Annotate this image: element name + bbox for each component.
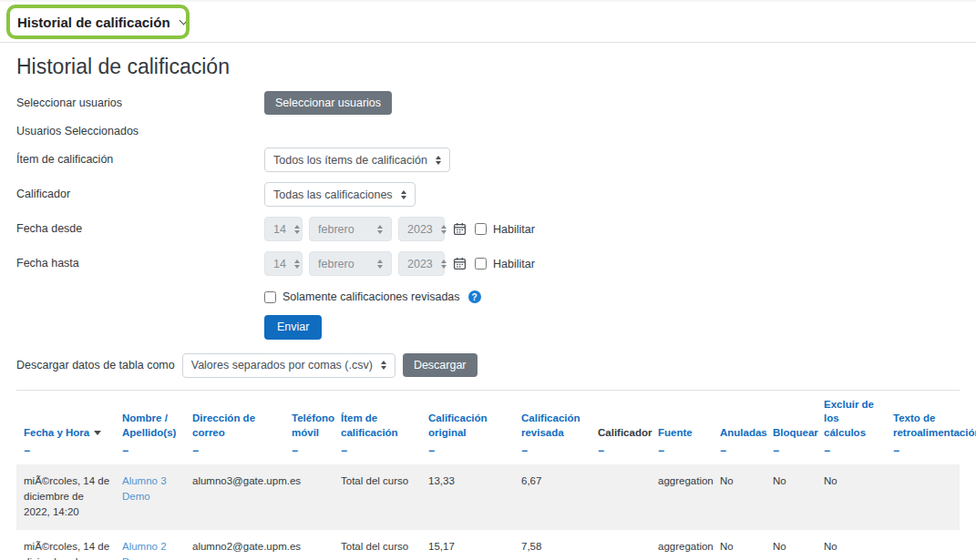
- cell-feedback: [886, 530, 960, 560]
- col-header-excluir-calculos: Excluir de los cálculos −: [817, 390, 886, 464]
- updown-arrows-icon: [401, 190, 406, 199]
- hide-column-link[interactable]: −: [598, 443, 604, 458]
- sort-link-bloquear[interactable]: Bloquear: [773, 427, 818, 438]
- sort-link-excluir[interactable]: Excluir de los cálculos: [824, 399, 874, 438]
- cell-datetime: miÃ©rcoles, 14 de diciembre de 2022, 14:…: [16, 464, 115, 530]
- cell-grader: [591, 464, 651, 530]
- cell-email: alumno3@gate.upm.es: [185, 464, 284, 530]
- col-header-calificacion-revisada: Calificación revisada −: [514, 390, 591, 464]
- grader-label: Calificador: [16, 182, 264, 200]
- date-from-year-value: 2023: [407, 223, 433, 236]
- table-row: miÃ©rcoles, 14 de diciembre de 2022, 14:…: [16, 530, 960, 560]
- cell-overridden: No: [713, 530, 765, 560]
- select-users-button[interactable]: Seleccionar usuarios: [264, 91, 392, 115]
- download-format-value: Valores separados por comas (.csv): [191, 359, 373, 372]
- select-users-label: Seleccionar usuarios: [16, 91, 264, 109]
- form-row-selected-users: Usuarios Seleccionados: [16, 125, 960, 137]
- sort-link-anuladas[interactable]: Anuladas: [720, 427, 767, 438]
- student-link[interactable]: Alumno 3 Demo: [122, 475, 167, 502]
- col-header-fuente: Fuente −: [651, 390, 713, 464]
- date-to-month-value: febrero: [318, 258, 354, 270]
- col-header-direccion-correo: Dirección de correo −: [185, 390, 284, 464]
- col-header-anuladas: Anuladas −: [713, 390, 765, 464]
- download-format-select[interactable]: Valores separados por comas (.csv): [182, 353, 396, 378]
- student-link[interactable]: Alumno 2 Demo: [122, 541, 167, 560]
- sort-link-retroalimentacion[interactable]: Texto de retroalimentación: [893, 412, 976, 438]
- sort-link-fuente[interactable]: Fuente: [658, 427, 693, 438]
- cell-revised-grade: 7,58: [514, 530, 591, 560]
- hide-column-link[interactable]: −: [658, 443, 664, 458]
- date-to-year-select[interactable]: 2023: [398, 251, 445, 276]
- hide-column-link[interactable]: −: [292, 443, 298, 458]
- cell-locked: No: [765, 464, 817, 530]
- cell-grader: [591, 530, 651, 560]
- download-row: Descargar datos de tabla como Valores se…: [16, 353, 960, 378]
- help-icon[interactable]: ?: [468, 290, 481, 303]
- cell-revised-grade: 6,67: [514, 464, 591, 530]
- date-from-year-select[interactable]: 2023: [398, 217, 445, 241]
- updown-arrows-icon: [377, 260, 383, 269]
- updown-arrows-icon: [377, 225, 383, 234]
- grade-history-table: Fecha y Hora − Nombre / Apellido(s) − Di…: [16, 390, 960, 560]
- calendar-icon[interactable]: [453, 257, 467, 270]
- sort-link-nombre[interactable]: Nombre / Apellido(s): [122, 412, 176, 438]
- grader-select[interactable]: Todas las calificaciones: [264, 182, 416, 207]
- date-from-enable-checkbox[interactable]: [475, 223, 487, 235]
- col-header-nombre-apellidos: Nombre / Apellido(s) −: [115, 390, 185, 464]
- col-header-texto-retroalimentacion: Texto de retroalimentación −: [886, 390, 960, 464]
- table-row: miÃ©rcoles, 14 de diciembre de 2022, 14:…: [16, 464, 960, 530]
- cell-source: aggregation: [651, 464, 713, 530]
- main-content: Historial de calificación Seleccionar us…: [0, 55, 976, 560]
- sort-link-telefono[interactable]: Teléfono móvil: [292, 412, 334, 438]
- col-header-calificacion-original: Calificación original −: [421, 390, 514, 464]
- sort-link-fecha-y-hora[interactable]: Fecha y Hora: [24, 427, 89, 438]
- hide-column-link[interactable]: −: [428, 443, 435, 458]
- hide-column-link[interactable]: −: [521, 443, 528, 458]
- date-to-day-select[interactable]: 14: [264, 251, 303, 276]
- hide-column-link[interactable]: −: [24, 443, 30, 458]
- hide-column-link[interactable]: −: [773, 443, 779, 458]
- hide-column-link[interactable]: −: [122, 443, 128, 458]
- download-button[interactable]: Descargar: [403, 353, 478, 377]
- cell-original-grade: 15,17: [421, 530, 514, 560]
- grade-item-select-value: Todos los ítems de calificación: [273, 154, 427, 167]
- date-to-label: Fecha hasta: [16, 251, 264, 270]
- cell-original-grade: 13,33: [421, 464, 514, 530]
- col-header-fecha-y-hora: Fecha y Hora −: [16, 390, 115, 464]
- date-from-day-select[interactable]: 14: [264, 217, 303, 241]
- hide-column-link[interactable]: −: [192, 443, 199, 458]
- submit-button[interactable]: Enviar: [264, 315, 322, 339]
- grade-item-select[interactable]: Todos los ítems de calificación: [264, 148, 450, 172]
- sort-link-revisada[interactable]: Calificación revisada: [521, 412, 580, 438]
- download-label: Descargar datos de tabla como: [16, 359, 175, 372]
- date-to-month-select[interactable]: febrero: [309, 251, 392, 276]
- page-topbar: Historial de calificación: [0, 0, 976, 43]
- hide-column-link[interactable]: −: [893, 443, 899, 458]
- date-from-month-select[interactable]: febrero: [309, 217, 392, 241]
- updown-arrows-icon: [294, 260, 300, 269]
- form-row-revised-only: Solamente calificaciones revisadas ?: [16, 290, 960, 303]
- col-header-telefono-movil: Teléfono móvil −: [284, 390, 334, 464]
- form-row-select-users: Seleccionar usuarios Seleccionar usuario…: [16, 91, 960, 115]
- topbar-title: Historial de calificación: [17, 15, 170, 30]
- date-to-day-value: 14: [273, 258, 286, 270]
- hide-column-link[interactable]: −: [720, 443, 726, 458]
- sort-link-original[interactable]: Calificación original: [428, 412, 488, 438]
- cell-item: Total del curso: [334, 464, 421, 530]
- updown-arrows-icon: [436, 156, 441, 165]
- hide-column-link[interactable]: −: [824, 443, 830, 458]
- sort-link-correo[interactable]: Dirección de correo: [192, 412, 255, 438]
- sort-link-item[interactable]: Ítem de calificación: [341, 412, 398, 438]
- hide-column-link[interactable]: −: [341, 443, 347, 458]
- calendar-icon[interactable]: [453, 222, 467, 236]
- grader-select-value: Todas las calificaciones: [273, 188, 393, 201]
- updown-arrows-icon: [294, 225, 300, 234]
- date-from-month-value: febrero: [318, 223, 354, 236]
- date-to-enable-checkbox[interactable]: [475, 258, 487, 270]
- cell-name: Alumno 2 Demo: [115, 530, 185, 560]
- report-selector-dropdown[interactable]: Historial de calificación: [0, 2, 976, 42]
- revised-only-checkbox[interactable]: [264, 291, 276, 303]
- date-to-year-value: 2023: [407, 258, 433, 270]
- selected-users-label: Usuarios Seleccionados: [16, 125, 264, 137]
- cell-locked: No: [765, 530, 817, 560]
